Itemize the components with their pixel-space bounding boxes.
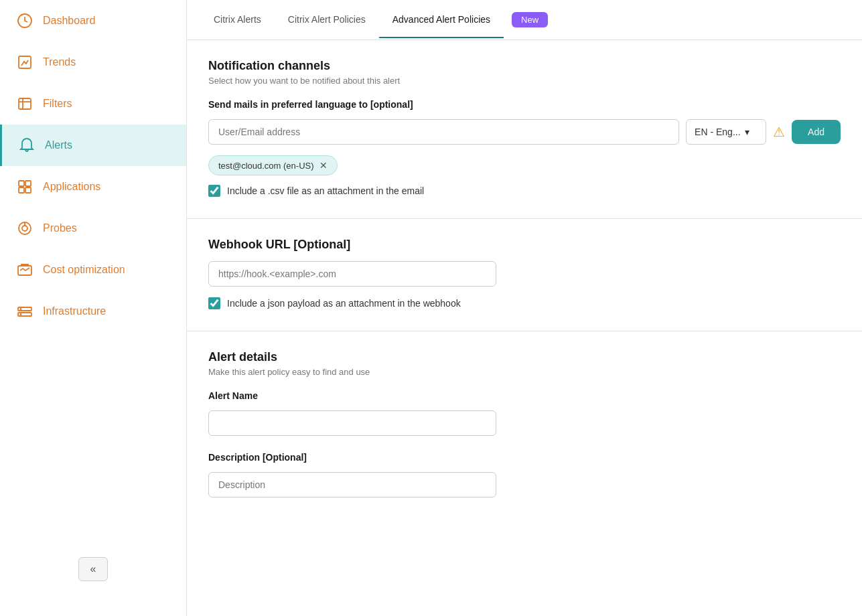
sidebar-item-alerts-label: Alerts — [45, 139, 72, 151]
svg-rect-2 — [19, 98, 31, 109]
svg-rect-7 — [19, 187, 24, 193]
description-label: Description [Optional] — [208, 452, 841, 463]
main-content: Citrix Alerts Citrix Alert Policies Adva… — [187, 0, 862, 616]
csv-checkbox-label: Include a .csv file as an attachment in … — [227, 185, 424, 196]
description-input[interactable] — [208, 472, 496, 497]
csv-checkbox[interactable] — [208, 185, 220, 197]
warning-icon: ⚠ — [773, 124, 785, 140]
email-input[interactable] — [208, 119, 679, 145]
sidebar-item-probes-label: Probes — [43, 222, 77, 234]
trends-icon — [16, 54, 33, 71]
sidebar-item-cost-optimization[interactable]: Cost optimization — [0, 249, 186, 291]
alert-details-section: Alert details Make this alert policy eas… — [187, 331, 862, 524]
json-checkbox-row: Include a json payload as an attachment … — [208, 297, 841, 309]
email-tag-text: test@cloud.com (en-US) — [218, 161, 314, 171]
notification-channels-title: Notification channels — [208, 59, 841, 73]
applications-icon — [16, 178, 33, 196]
webhook-section: Webhook URL [Optional] Include a json pa… — [187, 219, 862, 331]
content-area: Notification channels Select how you wan… — [187, 40, 862, 616]
sidebar-item-infrastructure-label: Infrastructure — [43, 305, 106, 317]
sidebar-item-trends-label: Trends — [43, 56, 76, 68]
sidebar-item-dashboard[interactable]: Dashboard — [0, 0, 186, 42]
svg-rect-5 — [19, 181, 24, 186]
add-button[interactable]: Add — [792, 120, 841, 144]
csv-checkbox-row: Include a .csv file as an attachment in … — [208, 185, 841, 197]
sidebar-item-applications-label: Applications — [43, 181, 100, 193]
alert-name-input[interactable] — [208, 410, 496, 436]
language-label: EN - Eng... — [695, 127, 740, 137]
email-tag: test@cloud.com (en-US) ✕ — [208, 155, 338, 175]
sidebar-item-cost-label: Cost optimization — [43, 264, 125, 276]
probes-icon — [16, 220, 33, 237]
notification-channels-section: Notification channels Select how you wan… — [187, 40, 862, 219]
email-section-label: Send mails in preferred language to [opt… — [208, 99, 841, 110]
language-selector[interactable]: EN - Eng... ▾ — [686, 119, 766, 145]
sidebar: Dashboard Trends Filters Alerts — [0, 0, 187, 616]
sidebar-item-probes[interactable]: Probes — [0, 208, 186, 249]
dashboard-icon — [16, 12, 33, 29]
email-tag-close-icon[interactable]: ✕ — [319, 160, 328, 171]
sidebar-item-dashboard-label: Dashboard — [43, 15, 95, 27]
svg-point-10 — [22, 226, 27, 231]
infrastructure-icon — [16, 303, 33, 320]
tabs-bar: Citrix Alerts Citrix Alert Policies Adva… — [187, 0, 862, 40]
svg-rect-8 — [25, 187, 31, 193]
tab-advanced-alert-policies[interactable]: Advanced Alert Policies — [379, 2, 504, 38]
alert-details-title: Alert details — [208, 350, 841, 364]
notification-channels-subtitle: Select how you want to be notified about… — [208, 76, 841, 86]
tab-new-badge[interactable]: New — [512, 12, 548, 27]
email-row: EN - Eng... ▾ ⚠ Add — [208, 119, 841, 145]
chevron-down-icon: ▾ — [745, 127, 749, 137]
webhook-url-input[interactable] — [208, 261, 496, 287]
json-checkbox-label: Include a json payload as an attachment … — [227, 298, 461, 309]
tab-citrix-alerts[interactable]: Citrix Alerts — [200, 2, 275, 38]
sidebar-item-applications[interactable]: Applications — [0, 166, 186, 208]
sidebar-collapse: « — [0, 549, 186, 589]
alert-details-subtitle: Make this alert policy easy to find and … — [208, 367, 841, 377]
sidebar-item-alerts[interactable]: Alerts — [0, 125, 186, 166]
webhook-title: Webhook URL [Optional] — [208, 238, 841, 252]
sidebar-item-infrastructure[interactable]: Infrastructure — [0, 291, 186, 332]
svg-rect-6 — [25, 181, 31, 186]
filters-icon — [16, 95, 33, 112]
sidebar-item-trends[interactable]: Trends — [0, 42, 186, 83]
tab-citrix-alert-policies[interactable]: Citrix Alert Policies — [275, 2, 379, 38]
alert-name-label: Alert Name — [208, 390, 841, 401]
sidebar-item-filters[interactable]: Filters — [0, 83, 186, 125]
sidebar-item-filters-label: Filters — [43, 98, 72, 110]
collapse-button[interactable]: « — [78, 557, 108, 581]
cost-icon — [16, 261, 33, 279]
alerts-icon — [18, 137, 35, 154]
json-checkbox[interactable] — [208, 297, 220, 309]
